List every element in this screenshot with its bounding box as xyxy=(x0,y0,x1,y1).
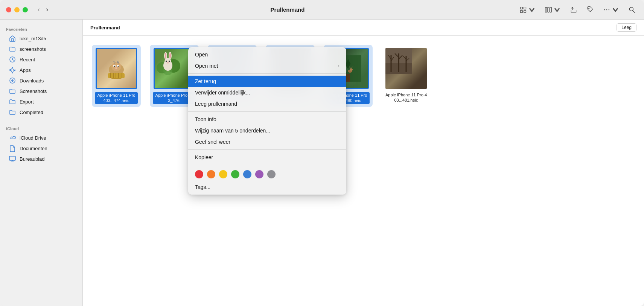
tag-button[interactable] xyxy=(584,5,596,15)
color-yellow[interactable] xyxy=(219,170,227,178)
close-button[interactable] xyxy=(6,7,11,12)
ctx-separator xyxy=(188,73,346,74)
svg-rect-3 xyxy=(524,10,526,12)
toolbar-right xyxy=(517,5,638,15)
folder-icon xyxy=(9,46,16,52)
window-title: Prullenmand xyxy=(58,6,517,13)
cloud-icon xyxy=(9,134,16,141)
desktop-icon xyxy=(9,155,16,162)
ctx-geef-snel[interactable]: Geef snel weer xyxy=(188,136,346,148)
svg-rect-16 xyxy=(9,156,15,160)
svg-point-7 xyxy=(589,8,589,9)
sidebar-item-label: Completed xyxy=(20,110,43,115)
sidebar-item-apps[interactable]: Apps xyxy=(3,65,79,75)
download-icon xyxy=(9,77,16,84)
color-gray[interactable] xyxy=(267,170,276,178)
home-icon xyxy=(9,35,16,42)
ctx-wijzig-naam[interactable]: Wijzig naam van 5 onderdelen... xyxy=(188,125,346,136)
svg-line-12 xyxy=(633,11,635,12)
svg-rect-13 xyxy=(11,39,14,41)
clock-icon xyxy=(9,56,16,63)
svg-rect-1 xyxy=(524,7,526,9)
empty-button[interactable]: Leeg xyxy=(617,23,636,32)
ellipsis-icon xyxy=(603,6,611,14)
svg-rect-4 xyxy=(545,7,547,12)
ctx-tags[interactable]: Tags... xyxy=(188,181,346,193)
color-blue[interactable] xyxy=(243,170,251,178)
svg-rect-6 xyxy=(550,7,551,12)
grid-icon xyxy=(519,6,527,14)
color-green[interactable] xyxy=(231,170,239,178)
sidebar-item-label: screenshots xyxy=(20,46,46,52)
sidebar-item-label: Bureaublad xyxy=(20,156,45,162)
ctx-leeg-prullenmand[interactable]: Leeg prullenmand xyxy=(188,98,346,110)
svg-rect-5 xyxy=(548,7,549,12)
sidebar-item-downloads[interactable]: Downloads xyxy=(3,75,79,86)
color-purple[interactable] xyxy=(255,170,263,178)
nav-arrows: ‹ › xyxy=(35,5,50,14)
ctx-separator2 xyxy=(188,111,346,112)
folder-icon3 xyxy=(9,98,16,105)
ctx-kopieer[interactable]: Kopieer xyxy=(188,152,346,163)
submenu-chevron-icon: › xyxy=(338,63,340,69)
favorites-label: Favorieten xyxy=(0,24,82,33)
color-orange[interactable] xyxy=(207,170,215,178)
svg-point-11 xyxy=(629,7,633,11)
chevron-down-icon2 xyxy=(553,6,561,14)
sidebar-item-recent[interactable]: Recent xyxy=(3,54,79,65)
back-button[interactable]: ‹ xyxy=(35,5,42,14)
files-grid: Apple iPhone 11 Pro 403...474.heic xyxy=(83,36,644,306)
sidebar-item-label: Export xyxy=(20,99,34,105)
ctx-open-met[interactable]: Open met › xyxy=(188,60,346,72)
more-button[interactable] xyxy=(601,5,621,15)
sidebar-item-home[interactable]: luke_m13d5 xyxy=(3,33,79,44)
minimize-button[interactable] xyxy=(14,7,20,12)
columns-view-button[interactable] xyxy=(542,5,563,15)
maximize-button[interactable] xyxy=(23,7,28,12)
ctx-verwijder[interactable]: Verwijder onmiddellijk... xyxy=(188,87,346,98)
color-red[interactable] xyxy=(195,170,203,178)
sidebar-item-label: luke_m13d5 xyxy=(20,36,46,41)
sidebar-item-label: iCloud Drive xyxy=(20,135,46,141)
ctx-toon-info[interactable]: Toon info xyxy=(188,114,346,125)
svg-rect-2 xyxy=(521,10,523,12)
tag-icon xyxy=(586,6,594,14)
apps-icon xyxy=(9,67,16,73)
content-header: Prullenmand Leeg xyxy=(83,20,644,36)
sidebar-item-label: Apps xyxy=(20,67,31,73)
sidebar-item-screenshots-fav[interactable]: screenshots xyxy=(3,44,79,54)
sidebar: Favorieten luke_m13d5 screenshots xyxy=(0,20,83,306)
search-icon xyxy=(628,6,636,14)
sidebar-item-label: Recent xyxy=(20,57,35,62)
ctx-zet-terug[interactable]: Zet terug xyxy=(188,76,346,87)
context-menu-overlay[interactable]: Open Open met › Zet terug Verwijder on xyxy=(83,36,644,306)
folder-icon4 xyxy=(9,109,16,116)
sidebar-item-documenten[interactable]: Documenten xyxy=(3,143,79,154)
window-controls xyxy=(6,7,28,12)
color-dots xyxy=(188,167,346,181)
ctx-open[interactable]: Open xyxy=(188,49,346,60)
document-icon xyxy=(9,145,16,152)
svg-point-10 xyxy=(609,9,610,10)
folder-icon2 xyxy=(9,88,16,94)
ctx-separator4 xyxy=(188,165,346,165)
columns-icon xyxy=(545,6,552,14)
sidebar-item-export[interactable]: Export xyxy=(3,96,79,107)
content-title: Prullenmand xyxy=(90,25,120,30)
svg-point-9 xyxy=(606,9,607,10)
sidebar-item-completed[interactable]: Completed xyxy=(3,107,79,117)
title-bar: ‹ › Prullenmand xyxy=(0,0,644,20)
share-button[interactable] xyxy=(568,5,580,15)
search-button[interactable] xyxy=(626,5,638,15)
share-icon xyxy=(570,6,577,14)
forward-button[interactable]: › xyxy=(44,5,50,14)
sidebar-item-bureaublad[interactable]: Bureaublad xyxy=(3,154,79,164)
sidebar-item-screenshots[interactable]: Screenshots xyxy=(3,86,79,96)
ctx-separator3 xyxy=(188,149,346,150)
grid-view-button[interactable] xyxy=(517,5,538,15)
svg-rect-0 xyxy=(521,7,523,9)
sidebar-item-icloud-drive[interactable]: iCloud Drive xyxy=(3,132,79,143)
sidebar-item-label: Downloads xyxy=(20,78,44,84)
chevron-down-icon3 xyxy=(612,6,619,14)
main-layout: Favorieten luke_m13d5 screenshots xyxy=(0,20,644,306)
